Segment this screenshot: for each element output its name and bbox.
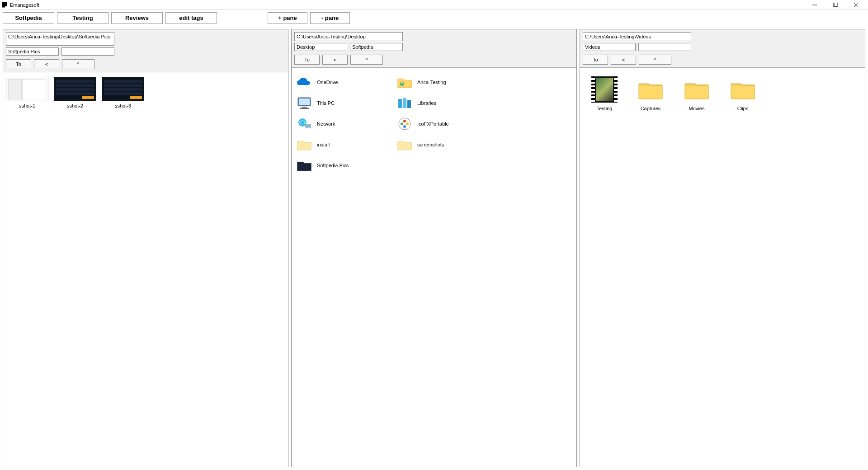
titlebar: Emanagesoft: [0, 0, 868, 10]
svg-point-6: [401, 81, 404, 84]
list-item-install[interactable]: install: [294, 135, 395, 155]
folder-icon: [636, 75, 665, 104]
folder-icon: [396, 136, 413, 153]
folder-item-movies[interactable]: Movies: [680, 75, 713, 111]
item-label: Libraries: [417, 100, 436, 106]
item-label: Movies: [689, 106, 705, 111]
pane-2-path[interactable]: C:\Users\Anca-Testing\Desktop: [294, 32, 403, 41]
minimize-button[interactable]: [808, 0, 821, 9]
pane-1: C:\Users\Anca-Testing\Desktop\Softpedia …: [3, 29, 288, 467]
pane-3: C:\Users\Anca-Testing\Videos Videos To <…: [580, 29, 865, 467]
folder-dark-icon: [296, 157, 312, 174]
pane-3-field2[interactable]: [638, 43, 691, 51]
pane-3-field1[interactable]: Videos: [583, 43, 636, 51]
pane-2-field1[interactable]: Desktop: [294, 43, 347, 51]
toolbar: Softpedia Testing Reviews edit tags + pa…: [0, 10, 868, 26]
item-label: Captures: [641, 106, 661, 111]
svg-point-20: [403, 125, 406, 128]
screenshot-icon: [6, 77, 48, 101]
panes-container: C:\Users\Anca-Testing\Desktop\Softpedia …: [0, 26, 868, 470]
file-item[interactable]: sshot-3: [102, 77, 144, 108]
svg-rect-16: [306, 125, 310, 127]
item-label: IcoFXPortable: [417, 121, 449, 127]
file-item[interactable]: sshot-1: [6, 77, 48, 108]
pane-3-to-button[interactable]: To: [583, 55, 608, 65]
pane-1-up-button[interactable]: ^: [62, 59, 94, 69]
maximize-button[interactable]: [829, 0, 842, 9]
list-item-softpedia-pics[interactable]: Softpedia Pics: [294, 155, 395, 175]
item-label: OneDrive: [317, 80, 338, 85]
pane-1-content[interactable]: sshot-1 sshot-2 sshot-3: [3, 72, 288, 467]
folder-item-clips[interactable]: Clips: [726, 75, 759, 111]
list-item-network[interactable]: Network: [294, 114, 395, 134]
svg-rect-10: [300, 108, 309, 109]
svg-rect-12: [403, 98, 406, 108]
pane-2-header: C:\Users\Anca-Testing\Desktop Desktop So…: [292, 29, 576, 68]
tab-edit-tags[interactable]: edit tags: [165, 12, 217, 24]
list-item-icofx[interactable]: IcoFXPortable: [395, 114, 495, 134]
network-icon: [296, 116, 312, 132]
svg-rect-13: [407, 100, 411, 108]
add-pane-button[interactable]: + pane: [268, 12, 307, 24]
pane-2-field2[interactable]: Softpedia: [350, 43, 403, 51]
pane-1-field2[interactable]: [61, 47, 114, 56]
close-button[interactable]: [850, 0, 863, 9]
item-label: Testing: [597, 106, 613, 111]
item-label: screenshots: [417, 142, 444, 147]
tab-reviews[interactable]: Reviews: [111, 12, 163, 24]
onedrive-icon: [296, 74, 312, 90]
list-item-libraries[interactable]: Libraries: [395, 93, 495, 113]
pane-2-up-button[interactable]: ^: [350, 55, 383, 65]
pane-3-header: C:\Users\Anca-Testing\Videos Videos To <…: [580, 29, 865, 68]
folder-item-testing[interactable]: Testing: [588, 75, 621, 111]
pane-3-back-button[interactable]: <: [611, 55, 636, 65]
pane-3-path[interactable]: C:\Users\Anca-Testing\Videos: [583, 32, 691, 41]
pane-3-content[interactable]: Testing Captures Movies Clips: [580, 68, 865, 467]
item-label: install: [317, 142, 330, 147]
app-icon: [2, 2, 7, 8]
svg-rect-9: [302, 107, 307, 108]
svg-point-19: [406, 122, 409, 125]
folder-icon: [682, 75, 711, 104]
pane-2-to-button[interactable]: To: [294, 55, 320, 65]
svg-point-21: [401, 122, 403, 125]
file-label: sshot-2: [67, 103, 83, 108]
list-item-anca-testing[interactable]: Anca-Testing: [395, 72, 495, 92]
svg-rect-2: [834, 3, 838, 6]
pane-1-path[interactable]: C:\Users\Anca-Testing\Desktop\Softpedia …: [6, 32, 114, 46]
tab-softpedia[interactable]: Softpedia: [3, 12, 54, 24]
remove-pane-button[interactable]: - pane: [310, 12, 350, 24]
svg-rect-8: [299, 99, 310, 105]
pane-2: C:\Users\Anca-Testing\Desktop Desktop So…: [291, 29, 577, 467]
folder-icon: [296, 136, 312, 153]
libraries-icon: [396, 95, 413, 111]
item-label: Clips: [737, 106, 748, 111]
pane-3-up-button[interactable]: ^: [639, 55, 671, 65]
movie-icon: [590, 75, 619, 104]
pane-1-field1[interactable]: Softpedia Pics: [6, 47, 59, 56]
pane-1-to-button[interactable]: To: [6, 59, 31, 69]
file-label: sshot-3: [115, 103, 131, 108]
svg-point-17: [399, 118, 410, 130]
svg-point-18: [403, 120, 406, 122]
file-label: sshot-1: [19, 103, 35, 108]
svg-rect-11: [398, 99, 402, 108]
item-label: Softpedia Pics: [317, 163, 349, 168]
list-item-thispc[interactable]: This PC: [294, 93, 395, 113]
tab-testing[interactable]: Testing: [57, 12, 108, 24]
thispc-icon: [296, 95, 312, 111]
item-label: Network: [317, 121, 335, 127]
list-item-onedrive[interactable]: OneDrive: [294, 72, 395, 92]
item-label: This PC: [317, 100, 335, 106]
pane-1-back-button[interactable]: <: [34, 59, 59, 69]
folder-item-captures[interactable]: Captures: [634, 75, 667, 111]
pane-2-back-button[interactable]: <: [322, 55, 348, 65]
screenshot-icon: [54, 77, 96, 101]
file-item[interactable]: sshot-2: [54, 77, 96, 108]
folder-icon: [728, 75, 757, 104]
app-title: Emanagesoft: [10, 2, 808, 8]
list-item-screenshots[interactable]: screenshots: [395, 135, 495, 155]
icofx-icon: [396, 116, 413, 132]
pane-2-content[interactable]: OneDrive Anca-Testing This PC Libraries: [292, 68, 576, 467]
item-label: Anca-Testing: [417, 80, 446, 85]
